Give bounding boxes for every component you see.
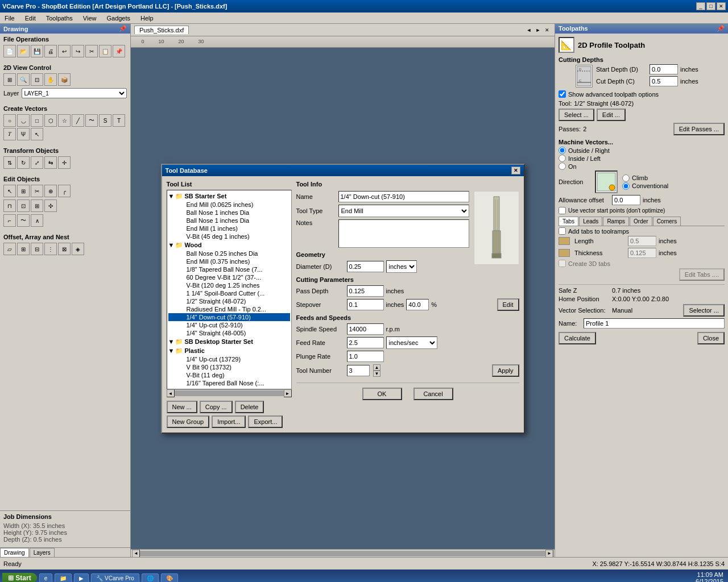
pin-icon[interactable]: 📌: [119, 25, 127, 32]
name-input[interactable]: [584, 318, 725, 329]
pan-btn[interactable]: ✋: [44, 73, 57, 86]
undo-btn[interactable]: ↩: [58, 45, 71, 57]
item-endmill-375[interactable]: End Mill (0.375 inches): [168, 257, 290, 265]
item-endmill-1[interactable]: End Mill (1 inches): [168, 225, 290, 232]
item-vbit-11deg[interactable]: V-Bit (11 deg): [168, 371, 290, 379]
weld-btn[interactable]: ⊕: [44, 185, 57, 197]
text-tool[interactable]: T: [113, 114, 125, 127]
spindle-input[interactable]: [347, 323, 384, 335]
mirror-btn[interactable]: ⇆: [44, 156, 57, 169]
item-endmill-0625[interactable]: End Mill (0.0625 inches): [168, 201, 290, 209]
menu-edit[interactable]: Edit: [23, 14, 38, 22]
cursor-tool[interactable]: ↖: [31, 128, 43, 140]
outside-right-radio[interactable]: [559, 147, 566, 154]
toolpaths-pin[interactable]: 📌: [717, 25, 725, 32]
use-vector-checkbox[interactable]: [559, 207, 566, 214]
h-scroll-right[interactable]: ►: [545, 550, 553, 558]
polygon-tool[interactable]: ⬡: [44, 114, 57, 127]
edit-tabs-btn[interactable]: Edit Tabs ....: [679, 268, 725, 281]
item-60deg-vbit[interactable]: 60 Degree V-Bit 1/2" (37-...: [168, 273, 290, 281]
taskbar-media[interactable]: ▶: [74, 573, 89, 583]
cancel-btn[interactable]: Cancel: [413, 388, 453, 400]
on-radio[interactable]: [559, 163, 566, 170]
zoom-extents-btn[interactable]: ⊞: [3, 73, 16, 86]
allowance-input[interactable]: [612, 195, 640, 205]
delete-tool-btn[interactable]: Delete: [235, 401, 264, 413]
pass-depth-input[interactable]: [347, 285, 384, 297]
tool-number-down[interactable]: ▼: [373, 371, 381, 377]
climb-radio[interactable]: [622, 174, 630, 182]
tab-leads[interactable]: Leads: [579, 217, 602, 226]
tool-tree-scrollbar[interactable]: ◄ ►: [167, 389, 292, 397]
inside-left-radio[interactable]: [559, 155, 566, 162]
scroll-thumb[interactable]: [175, 390, 284, 396]
plunge-input[interactable]: [347, 351, 384, 362]
group-wood-header[interactable]: ▼ 📁 Wood: [168, 241, 290, 250]
align-btn[interactable]: ✛: [58, 156, 71, 169]
item-downcut-57910[interactable]: 1/4" Down-cut (57-910): [168, 313, 290, 321]
advanced-checkbox[interactable]: [559, 90, 566, 98]
conventional-radio[interactable]: [622, 182, 630, 190]
paste-btn[interactable]: 📌: [113, 45, 125, 57]
new-file-btn[interactable]: 📄: [3, 45, 16, 57]
tab-tabs[interactable]: Tabs: [559, 217, 578, 226]
tool-number-up[interactable]: ▲: [373, 364, 381, 371]
star-tool[interactable]: ☆: [58, 114, 71, 127]
copy-tool-btn[interactable]: Copy ...: [200, 401, 233, 413]
taskbar-ie[interactable]: e: [39, 573, 53, 583]
nest-btn[interactable]: ⊟: [31, 243, 43, 255]
menu-gadgets[interactable]: Gadgets: [104, 14, 133, 22]
item-straight-48005[interactable]: 1/4" Straight (48-005): [168, 329, 290, 337]
taskbar-vcarve[interactable]: 🔧 VCarve Pro: [91, 573, 139, 583]
new-group-btn[interactable]: New Group: [167, 415, 210, 428]
sharp-btn[interactable]: ∧: [31, 214, 43, 227]
calculate-btn[interactable]: Calculate: [559, 332, 596, 344]
nav-next[interactable]: ►: [534, 26, 542, 34]
canvas-scrollbar-h[interactable]: ◄ ►: [131, 549, 555, 557]
stepover-input[interactable]: [347, 299, 384, 310]
feed-input[interactable]: [347, 337, 384, 348]
select-btn[interactable]: ↖: [3, 185, 16, 197]
item-tapered-ballnose-16[interactable]: 1/16" Tapered Ball Nose (:...: [168, 379, 290, 387]
h-scroll-thumb[interactable]: [140, 551, 545, 556]
text-v-tool[interactable]: Ψ: [17, 128, 30, 140]
copy-btn[interactable]: 📋: [99, 45, 111, 57]
move-btn[interactable]: ⇅: [3, 156, 16, 169]
trim-btn[interactable]: ✂: [31, 185, 43, 197]
diameter-input[interactable]: [347, 261, 384, 272]
zoom-in-btn[interactable]: 🔍: [17, 73, 30, 86]
minimize-btn[interactable]: _: [696, 2, 705, 10]
scroll-left-btn[interactable]: ◄: [167, 389, 175, 397]
menu-help[interactable]: Help: [138, 14, 156, 22]
join-btn[interactable]: ⊞: [31, 199, 43, 212]
item-vbit-120[interactable]: V-Bit (120 deg 1.25 inches: [168, 281, 290, 289]
array-btn[interactable]: ⊞: [17, 243, 30, 255]
view-3d-btn[interactable]: 📦: [58, 73, 71, 86]
close-btn[interactable]: Close: [697, 332, 725, 344]
create-3d-tabs-checkbox[interactable]: [559, 260, 566, 267]
start-depth-input[interactable]: [650, 64, 678, 74]
tool-type-select[interactable]: End Mill: [338, 205, 469, 217]
nav-close[interactable]: ✕: [543, 26, 551, 34]
item-ballnose-1b[interactable]: Ball Nose 1 inches Dia: [168, 217, 290, 225]
open-file-btn[interactable]: 📂: [17, 45, 30, 57]
corner-btn[interactable]: ⌐: [3, 214, 16, 227]
item-upcut-13729[interactable]: 1/4" Up-cut (13729): [168, 355, 290, 363]
edit-stepover-btn[interactable]: Edit: [497, 298, 519, 311]
stepover-pct-input[interactable]: [406, 299, 429, 310]
edit-tool-btn[interactable]: Edit ...: [597, 109, 626, 121]
tab-corners[interactable]: Corners: [653, 217, 681, 226]
boolean-btn[interactable]: ⊓: [3, 199, 16, 212]
edit-passes-btn[interactable]: Edit Passes ...: [673, 123, 725, 135]
fillet-btn[interactable]: ╭: [58, 185, 71, 197]
menu-view[interactable]: View: [81, 14, 99, 22]
zoom-out-btn[interactable]: ⊡: [31, 73, 43, 86]
circle-tool[interactable]: ○: [3, 114, 16, 127]
length-input[interactable]: [628, 236, 656, 246]
menu-file[interactable]: File: [2, 14, 17, 22]
diameter-unit-select[interactable]: inches: [386, 260, 417, 273]
feed-unit-select[interactable]: inches/sec: [386, 336, 437, 349]
tool-name-input[interactable]: [338, 191, 469, 202]
canvas-tab[interactable]: Push_Sticks.dxf: [134, 26, 189, 34]
add-tabs-checkbox[interactable]: [559, 227, 566, 235]
